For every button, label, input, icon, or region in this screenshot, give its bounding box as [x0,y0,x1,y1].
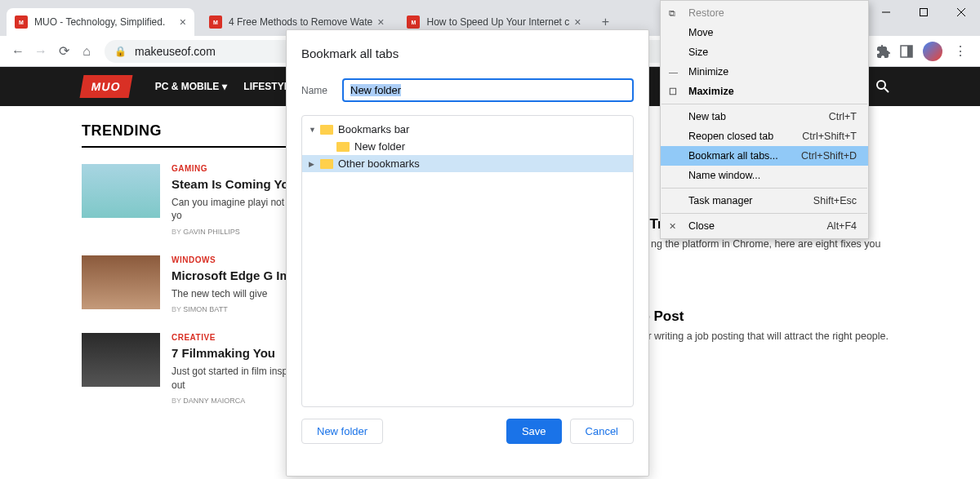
tab-active[interactable]: M MUO - Technology, Simplified. × [7,8,194,36]
close-window-button[interactable] [942,0,980,24]
menu-bookmark-all-tabs[interactable]: Bookmark all tabs...Ctrl+Shift+D [661,146,868,166]
menu-maximize[interactable]: ☐Maximize [661,82,868,101]
maximize-button[interactable] [905,0,942,24]
svg-rect-5 [907,46,912,57]
close-icon[interactable]: × [574,16,581,29]
tab-title: How to Speed Up Your Internet c [426,16,569,28]
folder-icon [320,125,333,135]
forward-button[interactable]: → [29,40,52,63]
tab-title: MUO - Technology, Simplified. [34,16,175,28]
profile-avatar[interactable] [923,42,942,61]
dialog-title: Bookmark all tabs [301,47,634,60]
tree-node-bookmarks-bar[interactable]: ▼ Bookmarks bar [302,121,633,138]
tree-label: New folder [354,140,405,153]
folder-name-input[interactable]: New folder [342,78,634,102]
folder-icon [320,159,333,169]
menu-reopen-closed-tab[interactable]: Reopen closed tabCtrl+Shift+T [661,126,868,146]
minimize-button[interactable] [867,0,905,24]
menu-close[interactable]: ✕CloseAlt+F4 [661,216,868,236]
maximize-icon: ☐ [669,86,677,97]
home-button[interactable]: ⌂ [75,40,98,63]
menu-size[interactable]: Size [661,42,868,62]
menu-restore: ⧉Restore [661,3,868,23]
close-icon[interactable]: × [377,16,384,29]
svg-rect-1 [920,9,928,16]
side-panel-icon[interactable] [895,40,918,63]
tree-node-new-folder[interactable]: New folder [302,138,633,155]
window-controls [867,0,980,24]
minimize-icon: — [669,67,678,77]
svg-point-6 [877,81,885,89]
tab-title: 4 Free Methods to Remove Wate [229,16,372,28]
name-label: Name [301,85,342,96]
tree-node-other-bookmarks[interactable]: ▶ Other bookmarks [302,155,633,172]
favicon-icon: M [15,16,28,29]
nav-pc-mobile[interactable]: PC & MOBILE ▾ [155,81,228,92]
chevron-down-icon: ▾ [222,81,227,92]
folder-tree[interactable]: ▼ Bookmarks bar New folder ▶ Other bookm… [301,115,634,407]
article-thumbnail [82,333,160,387]
tree-label: Other bookmarks [338,157,420,170]
folder-icon [336,142,350,152]
close-icon[interactable]: × [180,16,186,29]
svg-line-7 [884,88,889,92]
new-folder-button[interactable]: New folder [301,419,383,444]
bookmark-all-tabs-dialog: Bookmark all tabs Name New folder ▼ Book… [286,29,649,477]
menu-task-manager[interactable]: Task managerShift+Esc [661,191,868,211]
system-context-menu: ⧉Restore Move Size —Minimize ☐Maximize N… [660,0,869,239]
menu-separator [662,104,867,104]
menu-new-tab[interactable]: New tabCtrl+T [661,107,868,126]
close-icon: ✕ [669,221,676,232]
lock-icon: 🔒 [114,46,127,57]
extensions-icon[interactable] [872,40,895,63]
cancel-button[interactable]: Cancel [570,419,634,444]
menu-name-window[interactable]: Name window... [661,166,868,185]
menu-separator [662,213,867,214]
menu-separator [662,188,867,188]
article-thumbnail [82,164,160,218]
reload-button[interactable]: ⟳ [52,40,75,63]
search-icon[interactable] [875,79,890,94]
menu-move[interactable]: Move [661,23,868,42]
expand-icon[interactable]: ▶ [309,160,320,168]
restore-icon: ⧉ [669,8,675,19]
back-button[interactable]: ← [7,40,29,63]
menu-minimize[interactable]: —Minimize [661,62,868,82]
url-text: makeuseof.com [135,45,216,58]
tree-label: Bookmarks bar [338,123,409,135]
site-logo[interactable]: MUO [80,75,133,98]
save-button[interactable]: Save [506,419,562,444]
kebab-menu-icon[interactable]: ⋮ [947,43,973,59]
favicon-icon: M [209,16,222,29]
article-thumbnail [82,255,160,309]
favicon-icon: M [407,16,420,29]
collapse-icon[interactable]: ▼ [309,126,320,134]
